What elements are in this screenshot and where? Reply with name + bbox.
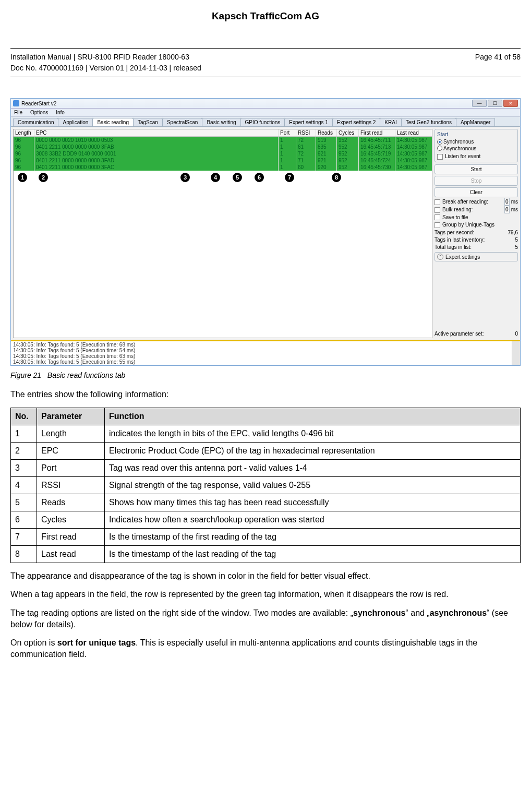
total-tags-label: Total tags in list: — [435, 244, 472, 250]
table-row[interactable]: 963008 33B2 DDD9 0140 0000 0001172921952… — [14, 150, 432, 157]
ms-label2: ms — [511, 207, 518, 212]
annotation-circle-4: 4 — [211, 173, 220, 182]
tab-spectralscan[interactable]: SpectralScan — [162, 118, 202, 126]
paragraph-sort-unique: On option is sort for unique tags. This … — [10, 637, 521, 660]
bulk-reading-row: Bulk reading: 0ms — [435, 207, 518, 213]
parameter-table: No. Parameter Function 1Length indicates… — [10, 408, 521, 563]
tab-application[interactable]: Application — [58, 118, 93, 126]
doc-header-line1: Installation Manual | SRU-8100 RFID Read… — [10, 52, 201, 63]
paragraph-appearance: The appearance and disappearance of the … — [10, 570, 521, 582]
column-header-port[interactable]: Port — [279, 129, 296, 136]
tab-gpio-functions[interactable]: GPIO functions — [240, 118, 285, 126]
figure-caption: Figure 21 Basic read functions tab — [10, 371, 521, 379]
total-tags-value: 5 — [515, 244, 518, 250]
start-button[interactable]: Start — [435, 164, 518, 174]
save-checkbox[interactable]: Save to file — [435, 214, 518, 221]
listen-label: Listen for event — [445, 153, 480, 159]
menubar: File Options Info — [11, 109, 520, 117]
side-panel: Start Synchronous Asynchronous Listen fo… — [435, 129, 518, 338]
th-no: No. — [11, 408, 37, 425]
tab-appmanager[interactable]: AppManager — [456, 118, 495, 126]
screenshot: ReaderStart v2 — ☐ ✕ File Options Info C… — [10, 98, 521, 366]
sync-label: Synchronous — [443, 139, 474, 145]
table-row[interactable]: 960000 0000 0020 1010 0000 0503172919952… — [14, 137, 432, 144]
table-row: 3PortTag was read over this antenna port… — [11, 459, 521, 476]
save-label: Save to file — [442, 214, 468, 220]
annotation-circle-1: 1 — [18, 173, 27, 182]
async-radio[interactable]: Asynchronous — [437, 146, 476, 151]
table-row: 8Last readIs the timestamp of the last r… — [11, 545, 521, 563]
minimize-button[interactable]: — — [472, 100, 487, 107]
async-label: Asynchronous — [443, 146, 476, 151]
tab-communication[interactable]: Communication — [13, 118, 58, 126]
annotation-circle-5: 5 — [233, 173, 242, 182]
ms-label: ms — [511, 199, 518, 205]
table-row: 1Length indicates the length in bits of … — [11, 425, 521, 442]
bulk-input[interactable]: 0 — [504, 206, 510, 213]
sync-radio[interactable]: Synchronous — [437, 139, 474, 145]
table-row[interactable]: 960401 2211 0000 0000 0000 3FAB161835952… — [14, 144, 432, 150]
tab-basic-writing[interactable]: Basic writing — [202, 118, 240, 126]
tab-tagscan[interactable]: TagScan — [133, 118, 163, 126]
tab-test-gen2-functions[interactable]: Test Gen2 functions — [401, 118, 456, 126]
break-input[interactable]: 0 — [504, 198, 510, 206]
clear-button[interactable]: Clear — [435, 187, 518, 197]
tab-krai[interactable]: KRAI — [380, 118, 401, 126]
active-set-value: 0 — [515, 331, 518, 337]
menu-file[interactable]: File — [14, 110, 22, 115]
table-row: 2EPCElectronic Product Code (EPC) of the… — [11, 442, 521, 459]
tab-basic-reading[interactable]: Basic reading — [92, 118, 134, 126]
window-titlebar: ReaderStart v2 — ☐ ✕ — [11, 99, 520, 109]
tags-per-sec-value: 79,6 — [508, 230, 518, 235]
paragraph-modes: The tag reading options are listed on th… — [10, 607, 521, 630]
expert-settings-label: Expert settings — [445, 254, 480, 260]
break-label: Break after reading: — [442, 199, 488, 205]
log-scrollbar[interactable] — [512, 341, 520, 365]
group-label: Group by Unique-Tags — [442, 222, 494, 228]
maximize-button[interactable]: ☐ — [488, 100, 502, 107]
tab-expert-settings-2[interactable]: Expert settings 2 — [332, 118, 380, 126]
table-row: 4RSSISignal strength of the tag response… — [11, 476, 521, 494]
bulk-label: Bulk reading: — [442, 207, 473, 212]
annotation-circle-3: 3 — [180, 173, 190, 182]
column-header-reads[interactable]: Reads — [316, 129, 337, 136]
tags-per-sec-label: Tags per second: — [435, 230, 474, 235]
window-title: ReaderStart v2 — [21, 101, 56, 106]
menu-info[interactable]: Info — [56, 110, 65, 115]
bulk-checkbox[interactable]: Bulk reading: — [435, 207, 473, 213]
break-checkbox[interactable]: Break after reading: — [435, 199, 488, 205]
annotation-circle-8: 8 — [332, 173, 341, 182]
tags-last-inv-value: 5 — [515, 237, 518, 243]
company-title: Kapsch TrafficCom AG — [10, 10, 521, 22]
log-panel: 14:30:05: Info: Tags found: 5 (Execution… — [11, 340, 520, 365]
tags-last-inv-label: Tags in last inventory: — [435, 237, 485, 243]
table-row[interactable]: 960401 2211 0000 0000 0000 3FAC160920952… — [14, 164, 432, 171]
doc-page-number: Page 41 of 58 — [475, 52, 521, 63]
menu-options[interactable]: Options — [30, 110, 48, 115]
table-row[interactable]: 960401 2211 0000 0000 0000 3FAD171921952… — [14, 157, 432, 164]
column-header-epc[interactable]: EPC — [34, 129, 279, 136]
group-checkbox[interactable]: Group by Unique-Tags — [435, 222, 518, 228]
active-set-label: Active parameter set: — [435, 331, 484, 337]
stop-button[interactable]: Stop — [435, 176, 518, 186]
column-header-length[interactable]: Length — [14, 129, 34, 136]
tab-expert-settings-1[interactable]: Expert settings 1 — [284, 118, 332, 126]
listen-checkbox[interactable]: Listen for event — [437, 153, 515, 160]
column-header-rssi[interactable]: RSSI — [296, 129, 316, 136]
table-row: 5ReadsShows how many times this tag has … — [11, 494, 521, 511]
th-parameter: Parameter — [37, 408, 105, 425]
paragraph-green-red: When a tag appears in the field, the row… — [10, 589, 521, 600]
annotation-circle-7: 7 — [285, 173, 294, 182]
log-line: 14:30:05: Info: Tags found: 5 (Execution… — [13, 353, 518, 359]
table-row: 7First readIs the timestamp of the first… — [11, 528, 521, 545]
th-function: Function — [105, 408, 521, 425]
close-button[interactable]: ✕ — [503, 100, 518, 107]
log-line: 14:30:05: Info: Tags found: 5 (Execution… — [13, 359, 518, 365]
annotation-circle-6: 6 — [255, 173, 264, 182]
column-header-cycles[interactable]: Cycles — [337, 129, 359, 136]
tabbar: CommunicationApplicationBasic readingTag… — [11, 117, 520, 126]
column-header-firstread[interactable]: First read — [359, 129, 395, 136]
expert-settings-expander[interactable]: ˅Expert settings — [435, 252, 518, 261]
break-after-row: Break after reading: 0ms — [435, 199, 518, 205]
column-header-lastread[interactable]: Last read — [395, 129, 432, 136]
